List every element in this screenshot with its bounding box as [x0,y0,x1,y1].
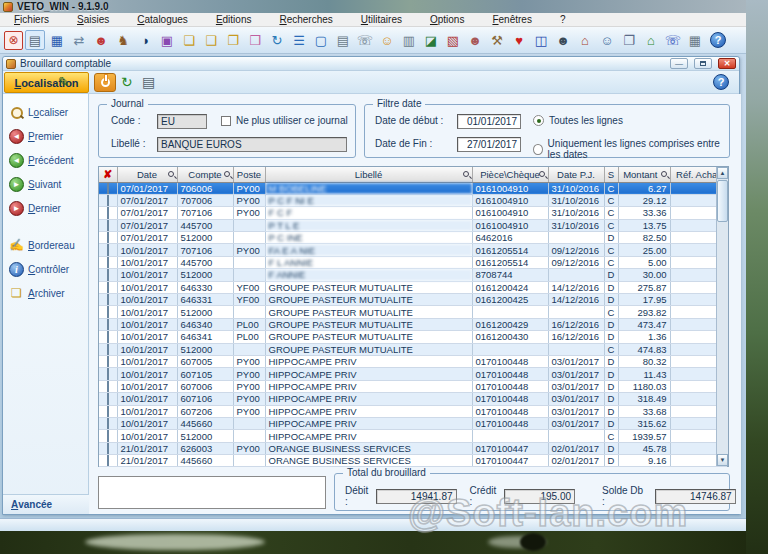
power-quit-button[interactable] [94,73,116,92]
table-row[interactable]: 07/01/2017706006PY00M BOBELINE0161004910… [99,182,726,194]
table-row[interactable]: 10/01/2017607006PY00HIPPOCAMPE PRIV01701… [99,380,726,392]
table-row[interactable]: 10/01/2017646331YF00GROUPE PASTEUR MUTUA… [99,294,726,306]
radio-entre-dates[interactable] [533,144,543,155]
sidebar-item-contrler[interactable]: iContrôler [3,261,88,277]
edit-pencil-icon[interactable]: ✎ [58,74,70,90]
folder-history-icon[interactable]: ❑ [201,30,221,50]
documents-icon[interactable]: ❐ [619,30,639,50]
statistics-icon[interactable]: ◪ [421,30,441,50]
staff-icon[interactable]: ☺ [597,30,617,50]
sidebar-item-localiser[interactable]: Localiser [3,104,88,120]
home-visits-icon[interactable]: ⌂ [575,30,595,50]
row-checkbox[interactable] [107,355,109,367]
table-row[interactable]: 10/01/2017607106PY00HIPPOCAMPE PRIV01701… [99,393,726,405]
menu-item-saisies[interactable]: Saisies [63,14,123,25]
date-debut-input[interactable]: 01/01/2017 [457,114,521,129]
table-row[interactable]: 10/01/2017646341PL00GROUPE PASTEUR MUTUA… [99,331,726,343]
planning-icon[interactable]: ▦ [685,30,705,50]
workstation-icon[interactable]: ▢ [311,30,331,50]
menu-item-fichiers[interactable]: Fichiers [0,14,63,25]
close-button[interactable]: ✕ [718,58,736,69]
row-checkbox[interactable] [107,455,109,467]
documentation-icon[interactable]: ◫ [531,30,551,50]
table-row[interactable]: 07/01/2017445700P T L E016100491031/10/2… [99,219,726,231]
menu-item-options[interactable]: Options [416,14,478,25]
row-checkbox[interactable] [107,269,109,281]
row-checkbox[interactable] [107,343,109,355]
fax-icon[interactable]: ☏ [355,30,375,50]
user-schedule-icon[interactable]: ☻ [465,30,485,50]
menu-item-catalogues[interactable]: Catalogues [123,14,202,25]
column-header-libell[interactable]: Libellé [265,167,472,182]
home-validate-icon[interactable]: ⌂ [641,30,661,50]
libelle-input[interactable]: BANQUE EUROS [157,137,347,152]
printer-icon[interactable]: ▤ [142,74,155,90]
contacts-icon[interactable]: ☻ [553,30,573,50]
column-header-picechque[interactable]: Pièce\Chèque [472,167,548,182]
table-row[interactable]: 10/01/2017445660HIPPOCAMPE PRIV017010044… [99,417,726,429]
column-search-icon[interactable] [224,171,230,177]
table-row[interactable]: 10/01/2017512000GROUPE PASTEUR MUTUALITE… [99,343,726,355]
table-row[interactable]: 10/01/2017707106PY00FA E A NIE0161205514… [99,244,726,256]
folder-delete-icon[interactable]: ❒ [245,30,265,50]
sidebar-item-prcdent[interactable]: ◄Précédent [3,152,88,168]
scroll-up-arrow[interactable]: ▲ [717,167,728,179]
tab-localisation[interactable]: Localisation [4,72,89,93]
row-checkbox[interactable] [107,219,109,231]
row-checkbox[interactable] [107,256,109,268]
table-row[interactable]: 10/01/2017646340PL00GROUPE PASTEUR MUTUA… [99,318,726,330]
folder-edit-icon[interactable]: ❐ [223,30,243,50]
printer-icon[interactable]: ▤ [333,30,353,50]
column-search-icon[interactable] [539,171,545,177]
print-icon[interactable]: ▤ [25,30,45,50]
scroll-down-arrow[interactable]: ▼ [717,454,728,466]
row-checkbox[interactable] [107,318,109,330]
row-checkbox[interactable] [107,430,109,442]
column-header-s[interactable]: S [604,167,618,182]
table-row[interactable]: 07/01/2017512000P C INE6462016D82.50 [99,232,726,244]
menu-item-editions[interactable]: Editions [202,14,266,25]
column-header-poste[interactable]: Poste [233,167,265,182]
print-preview-icon[interactable]: ▥ [399,30,419,50]
column-header-date[interactable]: Date [117,167,177,182]
ne-plus-utiliser-checkbox[interactable] [221,116,231,126]
row-checkbox[interactable] [107,294,109,306]
row-checkbox[interactable] [107,393,109,405]
help-icon[interactable]: ? [710,32,726,48]
sidebar-item-dernier[interactable]: ►Dernier [3,200,88,216]
help-button[interactable]: ? [713,74,729,90]
row-checkbox[interactable] [107,405,109,417]
menu-item-?[interactable]: ? [546,14,580,25]
row-checkbox[interactable] [107,368,109,380]
health-icon[interactable]: ♥ [509,30,529,50]
save-icon[interactable]: ▦ [47,30,67,50]
table-row[interactable]: 21/01/2017445660ORANGE BUSINESS SERVICES… [99,455,726,467]
menu-item-fentres[interactable]: Fenêtres [478,14,545,25]
sidebar-item-archiver[interactable]: ❏Archiver [3,285,88,301]
transfers-icon[interactable]: ↻ [267,30,287,50]
maximize-button[interactable] [694,58,712,69]
row-checkbox[interactable] [107,207,109,219]
table-row[interactable]: 10/01/2017512000HIPPOCAMPE PRIVC1939.57 [99,430,726,442]
row-checkbox[interactable] [107,281,109,293]
sidebar-item-premier[interactable]: ◄Premier [3,128,88,144]
sidebar-item-avancee[interactable]: Avancée [3,494,89,514]
column-search-icon[interactable] [463,171,469,177]
folder-open-icon[interactable]: ❏ [179,30,199,50]
minimize-button[interactable]: — [670,58,688,69]
menu-item-recherches[interactable]: Recherches [265,14,346,25]
code-input[interactable]: EU [157,114,207,129]
column-search-icon[interactable] [168,171,174,177]
products-icon[interactable]: ▣ [157,30,177,50]
user-message-icon[interactable]: ☺ [377,30,397,50]
table-row[interactable]: 21/01/2017626003PY00ORANGE BUSINESS SERV… [99,442,726,454]
menu-item-utilitaires[interactable]: Utilitaires [347,14,416,25]
table-row[interactable]: 10/01/2017512000GROUPE PASTEUR MUTUALITE… [99,306,726,318]
table-row[interactable]: 10/01/2017445700F L ANNIE016120551409/12… [99,256,726,268]
sidebar-item-suivant[interactable]: ►Suivant [3,176,88,192]
catalog-icon[interactable]: ▧ [443,30,463,50]
clients-icon[interactable]: ☻ [91,30,111,50]
row-checkbox[interactable] [107,244,109,256]
row-checkbox[interactable] [107,182,109,194]
table-row[interactable]: 10/01/2017512000F ANNIE8708744D30.00 [99,269,726,281]
